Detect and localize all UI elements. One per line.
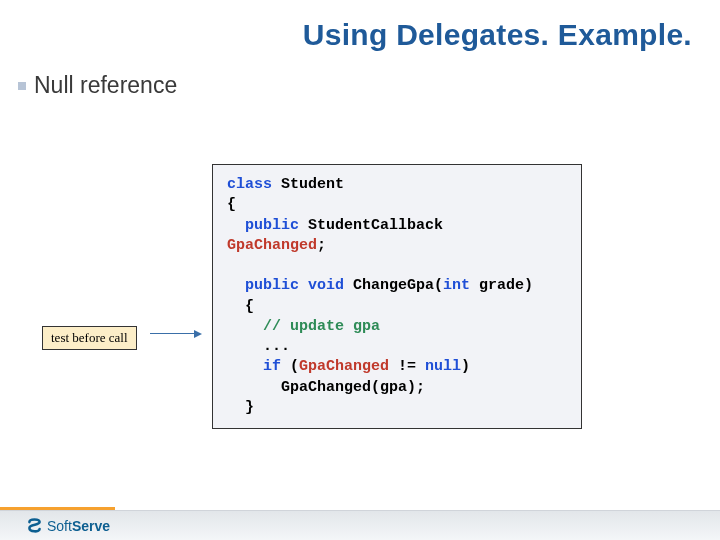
code-token: { [227, 298, 254, 315]
code-block: class Student { public StudentCallback G… [212, 164, 582, 429]
code-token: GpaChanged(gpa); [227, 379, 425, 396]
code-token [299, 277, 308, 294]
code-token: ( [281, 358, 299, 375]
brand-mark-icon [26, 517, 43, 534]
code-token: } [227, 399, 254, 416]
footer-bar: SoftServe [0, 510, 720, 540]
code-token [227, 358, 263, 375]
code-token: Student [272, 176, 344, 193]
slide-title: Using Delegates. Example. [303, 18, 692, 52]
bullet-item: Null reference [18, 72, 177, 99]
code-token: ... [227, 338, 290, 355]
code-token: public [245, 217, 299, 234]
code-token: class [227, 176, 272, 193]
code-token: GpaChanged [299, 358, 389, 375]
code-token [227, 277, 245, 294]
arrow-icon [150, 333, 202, 335]
bullet-marker-icon [18, 82, 26, 90]
code-token [227, 217, 245, 234]
code-token [227, 318, 263, 335]
bullet-text: Null reference [34, 72, 177, 99]
code-token: StudentCallback [299, 217, 452, 234]
brand-text: SoftServe [47, 518, 110, 534]
code-token: ; [317, 237, 326, 254]
code-token: GpaChanged [227, 237, 317, 254]
brand-text-a: Soft [47, 518, 72, 534]
code-token: public [245, 277, 299, 294]
brand-logo: SoftServe [26, 517, 110, 534]
code-token: { [227, 196, 236, 213]
code-token: null [425, 358, 461, 375]
brand-text-b: Serve [72, 518, 110, 534]
code-token: ChangeGpa( [344, 277, 443, 294]
code-token: ) [461, 358, 470, 375]
code-token: if [263, 358, 281, 375]
code-token: grade) [470, 277, 533, 294]
code-token: != [389, 358, 425, 375]
code-token: int [443, 277, 470, 294]
code-token: // update gpa [263, 318, 380, 335]
callout-label: test before call [42, 326, 137, 350]
code-token: void [308, 277, 344, 294]
